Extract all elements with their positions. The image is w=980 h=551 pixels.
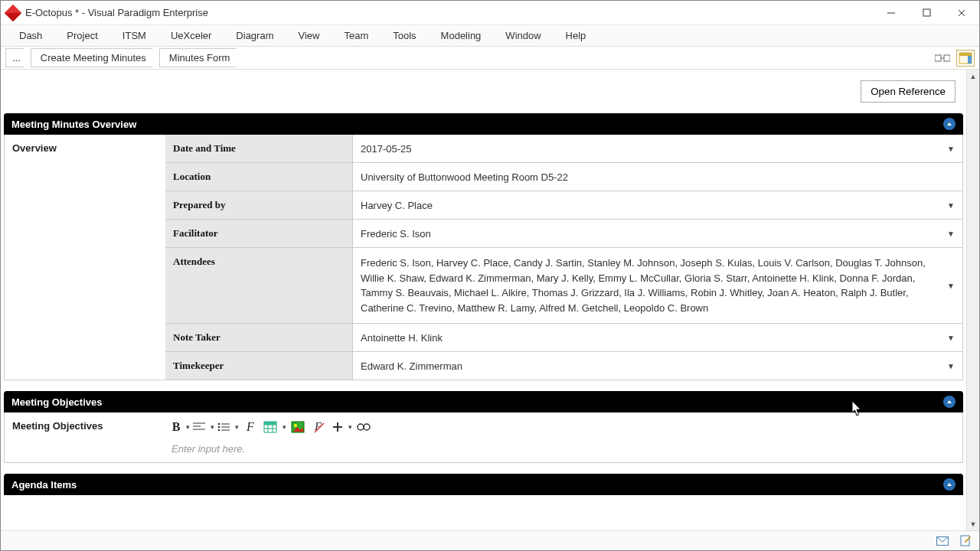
objectives-left-label: Meeting Objectives [5,412,165,462]
open-reference-button[interactable]: Open Reference [861,80,956,103]
field-label-datetime: Date and Time [165,135,353,162]
breadcrumb-create-meeting[interactable]: Create Meeting Minutes [31,48,160,67]
menu-modeling[interactable]: Modeling [429,27,494,44]
image-button[interactable] [289,419,306,435]
chevron-down-icon: ▼ [941,145,955,153]
svg-point-35 [364,424,370,430]
field-label-preparedby: Prepared by [165,191,353,219]
chevron-down-icon: ▼ [941,362,955,370]
overview-table: Date and Time 2017-05-25 ▼ Location Univ… [165,135,962,380]
scroll-down-arrow[interactable]: ▼ [967,517,979,530]
breadcrumb-root[interactable]: ... [5,48,31,67]
svg-marker-11 [947,400,952,403]
field-label-timekeeper: Timekeeper [165,352,353,380]
font-button[interactable]: F [242,419,259,435]
objectives-body: Meeting Objectives B F [4,412,963,463]
menu-view[interactable]: View [286,27,332,44]
svg-marker-10 [947,122,952,126]
section-title-objectives: Meeting Objectives [11,396,102,408]
svg-rect-4 [935,55,941,61]
form-scroll: Open Reference Meeting Minutes Overview … [1,70,966,530]
clear-format-button[interactable]: F [311,419,328,435]
bold-button[interactable]: B [172,419,188,435]
menu-tools[interactable]: Tools [381,27,428,44]
field-value-preparedby[interactable]: Harvey C. Place ▼ [353,191,962,219]
edit-icon[interactable] [959,535,972,547]
layout-icon-2[interactable] [956,50,975,67]
field-value-notetaker[interactable]: Antoinette H. Klink ▼ [353,324,962,351]
section-header-agenda: Agenda Items [4,474,963,495]
svg-rect-1 [923,9,930,16]
overview-left-label: Overview [5,135,165,380]
menu-help[interactable]: Help [554,27,599,44]
menu-window[interactable]: Window [493,27,553,44]
list-button[interactable] [217,419,237,435]
window-controls [874,1,979,25]
field-value-attendees[interactable]: Frederic S. Ison, Harvey C. Place, Candy… [353,248,962,323]
menu-project[interactable]: Project [54,27,109,44]
collapse-agenda-icon[interactable] [943,478,956,491]
layout-icon-1[interactable] [933,50,952,67]
menubar: Dash Project ITSM UeXceler Diagram View … [1,25,979,47]
menu-team[interactable]: Team [332,27,381,44]
section-header-overview: Meeting Minutes Overview [4,113,963,135]
collapse-overview-icon[interactable] [943,118,956,130]
align-button[interactable] [193,419,213,435]
field-value-timekeeper[interactable]: Edward K. Zimmerman ▼ [353,352,962,380]
find-button[interactable] [355,419,372,435]
scroll-up-arrow[interactable]: ▲ [967,70,979,83]
field-value-facilitator[interactable]: Frederic S. Ison ▼ [353,220,962,247]
svg-point-19 [218,429,220,432]
objectives-input[interactable]: Enter input here. [170,439,958,459]
rich-text-toolbar: B F [170,416,958,439]
table-button[interactable] [263,419,285,435]
svg-rect-8 [959,53,972,56]
svg-rect-26 [264,422,276,425]
app-icon [5,4,22,21]
titlebar: E-Octopus * - Visual Paradigm Enterprise [1,1,979,25]
menu-diagram[interactable]: Diagram [224,27,286,44]
field-label-notetaker: Note Taker [165,324,353,351]
section-title-agenda: Agenda Items [11,479,77,491]
field-value-datetime[interactable]: 2017-05-25 ▼ [353,135,962,162]
mail-icon[interactable] [936,535,949,547]
svg-rect-5 [944,55,950,61]
field-label-location: Location [165,163,353,191]
menu-uexceler[interactable]: UeXceler [158,27,224,44]
svg-marker-37 [947,483,952,486]
breadcrumb-bar: ... Create Meeting Minutes Minutes Form [1,47,979,70]
field-value-location[interactable]: University of Buttonwood Meeting Room D5… [353,163,962,191]
svg-rect-39 [961,536,969,546]
overview-body: Overview Date and Time 2017-05-25 ▼ Loca… [4,135,963,380]
minimize-button[interactable] [874,1,909,25]
svg-point-28 [294,424,297,427]
maximize-button[interactable] [909,1,944,25]
breadcrumb-minutes-form[interactable]: Minutes Form [159,48,243,67]
svg-point-34 [358,424,364,430]
svg-point-15 [218,423,220,425]
chevron-down-icon: ▼ [941,334,955,342]
content-area: Open Reference Meeting Minutes Overview … [1,70,979,530]
chevron-down-icon: ▼ [941,201,955,210]
statusbar [1,530,979,550]
chevron-down-icon: ▼ [941,230,955,238]
section-title-overview: Meeting Minutes Overview [11,119,136,130]
chevron-down-icon: ▼ [941,282,955,290]
svg-point-17 [218,426,220,429]
vertical-scrollbar[interactable]: ▲ ▼ [966,70,979,530]
menu-itsm[interactable]: ITSM [110,27,158,44]
insert-button[interactable] [332,419,351,435]
window-title: E-Octopus * - Visual Paradigm Enterprise [25,7,208,18]
menu-dash[interactable]: Dash [7,27,54,44]
field-label-facilitator: Facilitator [165,220,353,247]
svg-rect-9 [968,56,972,64]
scroll-track[interactable] [967,83,979,517]
field-label-attendees: Attendees [165,248,353,323]
section-header-objectives: Meeting Objectives [4,391,963,412]
collapse-objectives-icon[interactable] [943,396,956,408]
close-button[interactable] [944,1,979,25]
